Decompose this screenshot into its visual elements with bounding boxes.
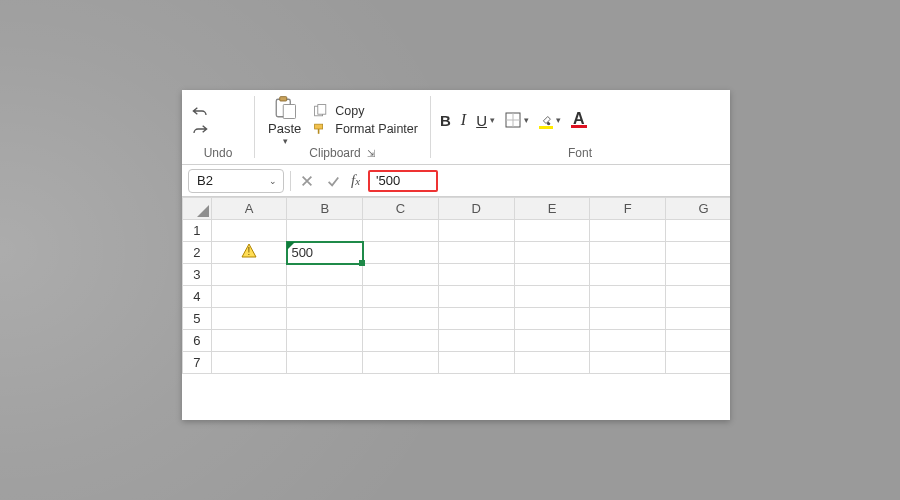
cell-d4[interactable]	[438, 286, 514, 308]
row-header-3[interactable]: 3	[183, 264, 212, 286]
paste-button[interactable]: Paste ▾	[264, 95, 305, 146]
cell-e5[interactable]	[514, 308, 590, 330]
cell-g4[interactable]	[666, 286, 730, 308]
col-header-d[interactable]: D	[438, 198, 514, 220]
col-header-e[interactable]: E	[514, 198, 590, 220]
check-icon	[326, 174, 340, 188]
borders-button[interactable]: ▾	[505, 112, 529, 128]
svg-rect-2	[283, 104, 295, 118]
cell-c7[interactable]	[363, 352, 439, 374]
row-header-4[interactable]: 4	[183, 286, 212, 308]
name-box[interactable]: B2 ⌄	[188, 169, 284, 193]
col-header-a[interactable]: A	[211, 198, 287, 220]
enter-formula-button[interactable]	[323, 174, 343, 188]
cell-e3[interactable]	[514, 264, 590, 286]
row-header-1[interactable]: 1	[183, 220, 212, 242]
cell-d3[interactable]	[438, 264, 514, 286]
copy-button[interactable]: Copy	[313, 104, 418, 118]
underline-button[interactable]: U▾	[476, 112, 495, 129]
cell-a6[interactable]	[211, 330, 287, 352]
undo-button[interactable]	[192, 103, 208, 119]
cell-e4[interactable]	[514, 286, 590, 308]
cell-b2-value: 500	[291, 245, 313, 260]
cell-f2[interactable]	[590, 242, 666, 264]
cell-e6[interactable]	[514, 330, 590, 352]
cell-b6[interactable]	[287, 330, 363, 352]
col-header-c[interactable]: C	[363, 198, 439, 220]
row-header-7[interactable]: 7	[183, 352, 212, 374]
cell-a2[interactable]: !	[211, 242, 287, 264]
cell-a1[interactable]	[211, 220, 287, 242]
undo-icon	[192, 103, 208, 119]
cell-c3[interactable]	[363, 264, 439, 286]
cell-b3[interactable]	[287, 264, 363, 286]
ribbon-group-undo: Undo	[182, 90, 254, 164]
cell-g5[interactable]	[666, 308, 730, 330]
row-header-2[interactable]: 2	[183, 242, 212, 264]
cell-a4[interactable]	[211, 286, 287, 308]
cell-b4[interactable]	[287, 286, 363, 308]
cell-d7[interactable]	[438, 352, 514, 374]
spreadsheet-grid[interactable]: A B C D E F G 1	[182, 197, 730, 374]
cell-g6[interactable]	[666, 330, 730, 352]
cell-g2[interactable]	[666, 242, 730, 264]
select-all-corner[interactable]	[183, 198, 212, 220]
cell-c4[interactable]	[363, 286, 439, 308]
cancel-formula-button[interactable]	[297, 174, 317, 188]
cell-f4[interactable]	[590, 286, 666, 308]
cell-d5[interactable]	[438, 308, 514, 330]
italic-button[interactable]: I	[461, 111, 466, 129]
cell-a3[interactable]	[211, 264, 287, 286]
svg-rect-5	[315, 124, 323, 129]
cell-b7[interactable]	[287, 352, 363, 374]
svg-rect-1	[279, 96, 286, 100]
cell-d1[interactable]	[438, 220, 514, 242]
cell-f3[interactable]	[590, 264, 666, 286]
fill-color-icon	[539, 113, 553, 127]
row-header-5[interactable]: 5	[183, 308, 212, 330]
cell-f7[interactable]	[590, 352, 666, 374]
redo-button[interactable]	[192, 121, 208, 137]
cell-a5[interactable]	[211, 308, 287, 330]
cell-g3[interactable]	[666, 264, 730, 286]
col-header-b[interactable]: B	[287, 198, 363, 220]
name-box-dropdown-icon: ⌄	[269, 176, 277, 186]
cell-e2[interactable]	[514, 242, 590, 264]
cell-c2[interactable]	[363, 242, 439, 264]
cell-f5[interactable]	[590, 308, 666, 330]
cell-c5[interactable]	[363, 308, 439, 330]
format-painter-button[interactable]: Format Painter	[313, 122, 418, 136]
error-warning-icon[interactable]: !	[241, 243, 257, 259]
undo-group-label: Undo	[204, 146, 233, 160]
ribbon: Undo Paste ▾	[182, 90, 730, 165]
col-header-g[interactable]: G	[666, 198, 730, 220]
cell-c6[interactable]	[363, 330, 439, 352]
cell-e7[interactable]	[514, 352, 590, 374]
clipboard-dialog-launcher[interactable]: ⇲	[367, 148, 375, 159]
fx-icon[interactable]: fx	[351, 172, 360, 189]
font-color-button[interactable]: A	[571, 113, 587, 128]
formula-input[interactable]: '500	[368, 170, 438, 192]
cell-f1[interactable]	[590, 220, 666, 242]
cell-f6[interactable]	[590, 330, 666, 352]
cell-e1[interactable]	[514, 220, 590, 242]
cell-b2[interactable]: 500	[287, 242, 363, 264]
cell-g7[interactable]	[666, 352, 730, 374]
paste-icon	[271, 95, 299, 121]
paste-dropdown-icon: ▾	[283, 136, 288, 146]
excel-window: Undo Paste ▾	[182, 90, 730, 420]
format-painter-icon	[313, 122, 329, 136]
cell-g1[interactable]	[666, 220, 730, 242]
bold-button[interactable]: B	[440, 112, 451, 129]
row-header-6[interactable]: 6	[183, 330, 212, 352]
ribbon-group-font: B I U▾ ▾ ▾ A	[430, 90, 730, 164]
cell-d6[interactable]	[438, 330, 514, 352]
cell-b5[interactable]	[287, 308, 363, 330]
cell-b1[interactable]	[287, 220, 363, 242]
cell-a7[interactable]	[211, 352, 287, 374]
ribbon-group-clipboard: Paste ▾ Copy	[254, 90, 430, 164]
col-header-f[interactable]: F	[590, 198, 666, 220]
cell-c1[interactable]	[363, 220, 439, 242]
cell-d2[interactable]	[438, 242, 514, 264]
fill-color-button[interactable]: ▾	[539, 113, 561, 127]
